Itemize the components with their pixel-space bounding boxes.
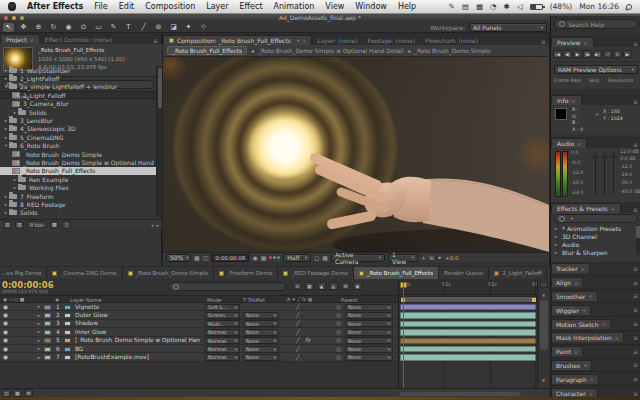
panel-mask-interpolation[interactable]: Mask Interpolation×≡	[551, 331, 640, 345]
trkmat-dropdown[interactable]: None▾	[243, 329, 279, 336]
status-pen-icon[interactable]: ✎	[449, 2, 455, 11]
layer-bar[interactable]	[400, 304, 536, 310]
switch-icon[interactable]: ╱	[296, 329, 300, 335]
label-swatch[interactable]	[44, 321, 51, 326]
layer-row[interactable]: ◉ ▸ 2 Outer Glow Screen▾ None▾ ╱ ◎ None▾	[0, 311, 397, 319]
panel-menu-icon[interactable]: ≡	[633, 98, 640, 105]
bit-depth-button[interactable]: 8 bpc	[27, 221, 47, 228]
fast-preview-icon[interactable]: ✦	[437, 254, 442, 261]
parent-dropdown[interactable]: None▾	[345, 346, 393, 353]
selection-tool-icon[interactable]: ↖	[3, 23, 14, 32]
panel-brushes[interactable]: Brushes×≡	[551, 359, 640, 373]
tree-item-folder[interactable]: ▸4_Stereoscopic 3D	[0, 125, 156, 133]
panel-tracker[interactable]: Tracker×≡	[551, 262, 640, 276]
comp-marker-button[interactable]	[540, 282, 548, 288]
pickwhip-icon[interactable]: ◎	[336, 337, 341, 343]
trkmat-dropdown[interactable]: None▾	[243, 312, 279, 319]
trash-icon[interactable]: ▯	[62, 221, 71, 229]
close-window-button[interactable]	[4, 16, 8, 20]
tree-item-comp-selected[interactable]: _Roto Brush_Full_Effects	[0, 167, 156, 175]
zoom-tool-icon[interactable]: ⊕	[33, 23, 44, 32]
region-of-interest-icon[interactable]: ◻	[314, 254, 319, 261]
switch-icon[interactable]: ╱	[296, 312, 300, 318]
expand-layer-switches-icon[interactable]: ◫	[2, 389, 11, 397]
zoom-window-button[interactable]	[20, 16, 24, 20]
hand-tool-icon[interactable]: ✥	[18, 23, 29, 32]
layer-name[interactable]: Inner Glow	[75, 329, 106, 335]
motion-blur-icon[interactable]: ◉	[353, 282, 362, 290]
timeline-graph[interactable]: :00s 01s 02s 03s	[398, 280, 537, 388]
layer-name[interactable]: [RotoBrushExample.mov]	[75, 354, 149, 360]
timeline-tab-active[interactable]: _Roto Brush_Full_Effects	[354, 267, 439, 279]
work-area-bar[interactable]	[400, 296, 537, 303]
pickwhip-icon[interactable]: ◎	[336, 329, 341, 335]
first-frame-button[interactable]: |◀	[553, 50, 562, 58]
parent-dropdown[interactable]: None▾	[345, 329, 393, 336]
tab-flowchart[interactable]: Flowchart: (none)	[420, 36, 483, 45]
blend-mode-dropdown[interactable]: Normal▾	[205, 337, 240, 344]
play-button[interactable]: ▶	[573, 50, 582, 58]
last-frame-button[interactable]: ▶|	[593, 50, 602, 58]
project-scrollbar[interactable]	[156, 66, 162, 217]
pickwhip-icon[interactable]: ◎	[336, 346, 341, 352]
composition-viewer[interactable]	[163, 57, 549, 252]
expand-transfer-controls-icon[interactable]: ▦	[13, 389, 22, 397]
panel-paint[interactable]: Paint×≡	[551, 345, 640, 359]
menu-clock[interactable]: Mon 16:26	[579, 2, 619, 11]
roto-brush-tool-icon[interactable]: ✦	[183, 23, 194, 32]
project-item-name[interactable]: _Roto Brush_Full_Effects	[38, 47, 104, 53]
panel-menu-icon[interactable]: ≡	[153, 37, 161, 44]
menu-help[interactable]: Help	[398, 2, 416, 11]
tree-item-comp[interactable]: 2_Light_Falloff	[0, 91, 156, 99]
blend-mode-dropdown[interactable]: Normal▾	[205, 346, 240, 353]
tab-effect-controls[interactable]: Effect Controls: (none)	[40, 35, 118, 44]
layer-row[interactable]: ◉ ▸ 3 Shadow Multi...▾ None▾ ╱ ◎ None▾	[0, 320, 397, 328]
resolution-dropdown[interactable]: Half▾	[283, 254, 311, 262]
transparency-grid-icon[interactable]: ▦	[322, 254, 328, 261]
composition-mini-flowchart-icon[interactable]: ≋	[293, 282, 302, 290]
effects-item[interactable]: ▸3D Channel	[553, 233, 597, 240]
show-snapshot-icon[interactable]: ▦	[261, 254, 267, 261]
frame-blending-icon[interactable]: ⚙	[341, 282, 350, 290]
layer-name[interactable]: [_Roto Brush_Demo Simple w Optional Hand…	[75, 337, 200, 343]
layer-bar[interactable]	[400, 346, 536, 352]
timeline-tab[interactable]: _Freeform Demo	[214, 267, 278, 279]
minimize-window-button[interactable]	[12, 16, 16, 20]
layer-row[interactable]: ◉ ▸ 7 [RotoBrushExample.mov] Normal▾ Non…	[0, 353, 397, 361]
menu-view[interactable]: View	[325, 2, 344, 11]
tree-item-comp[interactable]: 3_Camera_Blur	[0, 100, 156, 108]
pickwhip-icon[interactable]: ◎	[336, 312, 341, 318]
label-swatch[interactable]	[44, 313, 51, 318]
clone-stamp-tool-icon[interactable]: ⊚	[153, 23, 164, 32]
crosshair-icon[interactable]: +	[421, 254, 426, 261]
snapshot-icon[interactable]: ◉	[252, 254, 257, 261]
type-tool-icon[interactable]: T	[123, 23, 134, 32]
switch-icon[interactable]: ╱	[296, 337, 300, 343]
tab-layer[interactable]: Layer: (none)	[312, 36, 362, 45]
menu-composition[interactable]: Composition	[145, 2, 195, 11]
switch-icon[interactable]: ╱	[296, 320, 300, 326]
eye-icon[interactable]: ◉	[3, 312, 8, 318]
tab-info[interactable]: Info×	[551, 95, 582, 105]
eye-icon[interactable]: ◉	[3, 346, 8, 352]
tab-preview[interactable]: Preview×	[551, 37, 594, 47]
new-composition-icon[interactable]: ▦	[50, 221, 59, 229]
effects-scrollbar[interactable]	[636, 225, 640, 255]
magnification-dropdown[interactable]: 50%▾	[166, 254, 191, 262]
status-keyboard-icon[interactable]: ▤	[462, 2, 469, 11]
layer-name[interactable]: BG	[75, 346, 83, 352]
panel-motion-sketch[interactable]: Motion Sketch×≡	[551, 317, 640, 331]
horizontal-scroll-thumb[interactable]	[400, 392, 520, 396]
parent-dropdown[interactable]: None▾	[345, 337, 393, 344]
eye-icon[interactable]: ◉	[3, 320, 8, 326]
previous-frame-button[interactable]: ◀|	[563, 50, 572, 58]
breadcrumb-item[interactable]: _Roto Brush_Demo Simple	[414, 48, 490, 54]
switch-icon[interactable]: ╱	[296, 346, 300, 352]
layer-bar[interactable]	[400, 312, 536, 318]
viewer-timecode[interactable]: 0:00:00:06	[211, 254, 249, 262]
search-help-input[interactable]: Search Help	[554, 19, 638, 29]
trkmat-dropdown[interactable]: None▾	[243, 354, 279, 361]
safe-zones-icon[interactable]: ▦	[194, 254, 200, 261]
tree-item-folder[interactable]: ▸5_CinemaDNG	[0, 133, 156, 141]
layer-name[interactable]: Outer Glow	[75, 312, 108, 318]
